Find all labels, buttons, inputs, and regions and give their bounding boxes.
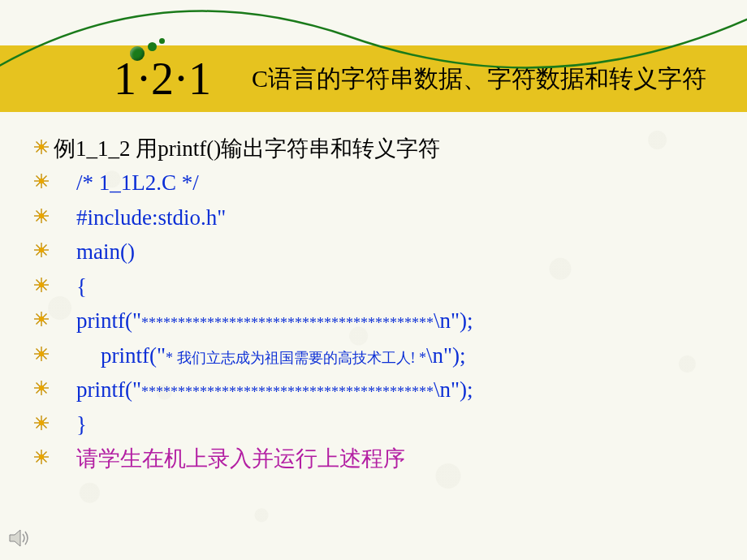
bullet-icon (32, 310, 50, 328)
line-text: /* 1_1L2.C */ (54, 168, 199, 197)
bullet-icon (32, 448, 50, 466)
svg-point-34 (39, 351, 44, 355)
content-line: #include:stdio.h" (32, 203, 723, 232)
decor-node-icon (130, 46, 145, 61)
content-line: /* 1_1L2.C */ (32, 168, 723, 197)
content-line: { (32, 272, 723, 301)
printf-suffix: \n"); (434, 308, 473, 333)
printf-suffix: \n"); (434, 377, 473, 402)
line-text: #include:stdio.h" (54, 203, 226, 232)
bullet-icon (32, 138, 50, 156)
content-line: printf("* 我们立志成为祖国需要的高技术工人! *\n"); (32, 341, 723, 370)
bullet-icon (32, 172, 50, 190)
printf-prefix: printf(" (101, 343, 166, 368)
content-line: main() (32, 237, 723, 266)
printf-prefix: printf(" (76, 308, 141, 333)
svg-point-24 (39, 282, 44, 287)
decor-node-icon (148, 42, 157, 51)
content-line: 例1_1_2 用printf()输出字符串和转义字符 (32, 134, 723, 163)
line-text: 请学生在机上录入并运行上述程序 (54, 444, 405, 473)
content-line: printf("********************************… (32, 375, 723, 404)
bullet-icon (32, 276, 50, 294)
svg-point-29 (39, 317, 44, 321)
printf-content: **************************************** (141, 384, 434, 400)
decorative-curve (0, 0, 747, 122)
svg-point-49 (39, 454, 44, 459)
bullet-icon (32, 207, 50, 225)
svg-point-44 (39, 420, 44, 424)
svg-point-4 (39, 144, 44, 149)
printf-prefix: printf(" (76, 377, 141, 402)
printf-suffix: \n"); (426, 343, 466, 368)
bullet-icon (32, 345, 50, 363)
line-text: 例1_1_2 用printf()输出字符串和转义字符 (54, 134, 440, 163)
slide-content: 例1_1_2 用printf()输出字符串和转义字符 /* 1_1L2.C */… (32, 134, 723, 478)
speaker-icon[interactable] (8, 528, 32, 549)
printf-content: **************************************** (141, 315, 434, 331)
line-text: printf("* 我们立志成为祖国需要的高技术工人! *\n"); (54, 341, 466, 370)
line-text: printf("********************************… (54, 375, 473, 404)
svg-point-14 (39, 213, 44, 218)
svg-point-19 (39, 248, 44, 252)
bullet-icon (32, 414, 50, 432)
line-text: main() (54, 237, 135, 266)
decor-node-icon (159, 38, 165, 44)
bullet-icon (32, 241, 50, 259)
bullet-icon (32, 379, 50, 397)
svg-point-39 (39, 386, 44, 390)
line-text: printf("********************************… (54, 306, 473, 335)
line-text: } (54, 410, 87, 439)
content-line: 请学生在机上录入并运行上述程序 (32, 444, 723, 473)
content-line: } (32, 410, 723, 439)
line-text: { (54, 272, 87, 301)
content-line: printf("********************************… (32, 306, 723, 335)
svg-point-9 (39, 179, 44, 183)
printf-content: * 我们立志成为祖国需要的高技术工人! * (166, 350, 426, 366)
